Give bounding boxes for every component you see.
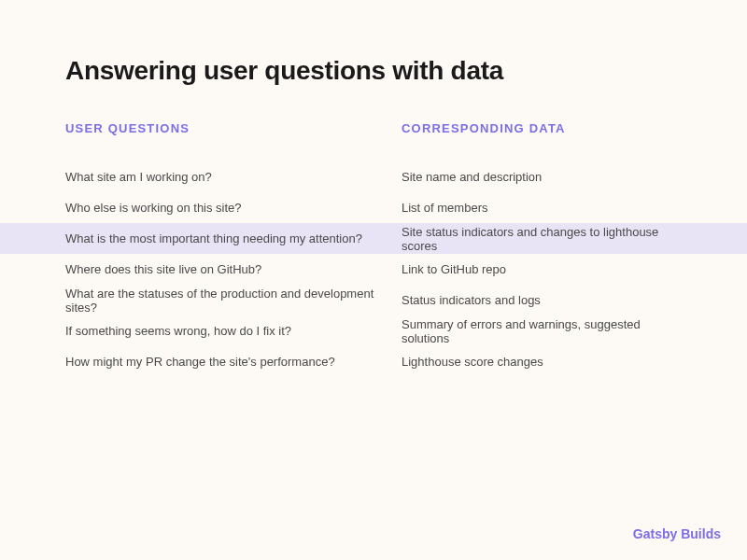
data-cell: List of members bbox=[402, 201, 682, 215]
column-header-data: CORRESPONDING DATA bbox=[402, 121, 682, 135]
question-cell: What are the statuses of the production … bbox=[65, 287, 402, 315]
data-cell: Link to GitHub repo bbox=[402, 262, 682, 276]
table-row: Who else is working on this site?List of… bbox=[65, 192, 682, 223]
table-body: What site am I working on?Site name and … bbox=[65, 161, 682, 377]
data-cell: Status indicators and logs bbox=[402, 293, 682, 307]
question-cell: Who else is working on this site? bbox=[65, 201, 402, 215]
question-cell: What is the most important thing needing… bbox=[65, 231, 402, 245]
table-header-row: USER QUESTIONS CORRESPONDING DATA bbox=[65, 121, 682, 135]
data-cell: Summary of errors and warnings, suggeste… bbox=[402, 317, 682, 345]
data-table: USER QUESTIONS CORRESPONDING DATA What s… bbox=[65, 121, 682, 377]
question-cell: Where does this site live on GitHub? bbox=[65, 262, 402, 276]
table-row: What site am I working on?Site name and … bbox=[65, 161, 682, 192]
question-cell: If something seems wrong, how do I fix i… bbox=[65, 324, 402, 338]
table-row: How might my PR change the site's perfor… bbox=[65, 346, 682, 377]
column-header-questions: USER QUESTIONS bbox=[65, 121, 402, 135]
table-row: What is the most important thing needing… bbox=[0, 223, 747, 254]
data-cell: Lighthouse score changes bbox=[402, 355, 682, 369]
main-container: Answering user questions with data USER … bbox=[0, 0, 747, 377]
table-row: If something seems wrong, how do I fix i… bbox=[65, 315, 682, 346]
data-cell: Site name and description bbox=[402, 170, 682, 184]
data-cell: Site status indicators and changes to li… bbox=[402, 225, 682, 253]
footer-brand: Gatsby Builds bbox=[633, 526, 721, 541]
table-row: Where does this site live on GitHub?Link… bbox=[65, 254, 682, 285]
question-cell: How might my PR change the site's perfor… bbox=[65, 355, 402, 369]
page-title: Answering user questions with data bbox=[65, 56, 682, 86]
table-row: What are the statuses of the production … bbox=[65, 285, 682, 315]
question-cell: What site am I working on? bbox=[65, 170, 402, 184]
